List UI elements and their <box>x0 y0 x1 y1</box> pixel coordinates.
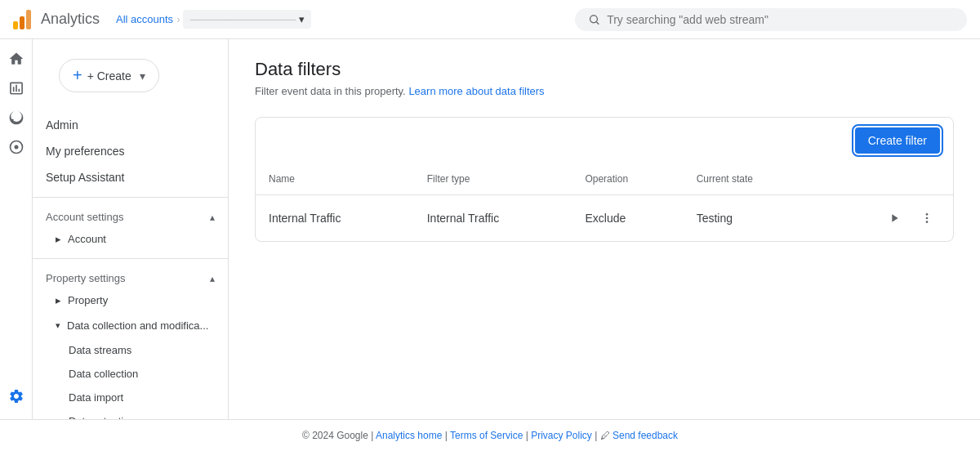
breadcrumb-separator: › <box>176 13 180 25</box>
sidebar-divider-2 <box>33 258 228 259</box>
topbar: Analytics All accounts › —————————— ▾ <box>0 0 980 39</box>
page-title: Data filters <box>255 59 954 80</box>
account-settings-chevron: ▴ <box>210 212 215 223</box>
admin-label: Admin <box>46 118 78 132</box>
data-import-item[interactable]: Data import <box>33 386 228 409</box>
home-icon[interactable] <box>3 46 29 72</box>
property-chevron-icon: ▸ <box>56 294 61 306</box>
data-collection-child-label: Data collection <box>69 368 138 380</box>
account-name: —————————— <box>189 13 296 25</box>
col-operation: Operation <box>572 163 683 195</box>
search-input[interactable] <box>607 13 954 26</box>
sidebar-divider-1 <box>33 197 228 198</box>
property-settings-section: Property settings ▴ ▸ Property ▾ Data co… <box>33 266 228 419</box>
create-button[interactable]: + + Create ▾ <box>59 59 159 92</box>
svg-point-3 <box>14 145 18 150</box>
my-preferences-menu-item[interactable]: My preferences <box>33 138 228 164</box>
row-actions <box>830 205 940 231</box>
property-item[interactable]: ▸ Property <box>33 288 228 313</box>
svg-point-4 <box>926 213 929 216</box>
feedback-icon: 🖊 <box>600 430 610 441</box>
row-action-cell <box>817 195 953 242</box>
table-toolbar: Create filter <box>256 118 953 163</box>
data-filters-table: Name Filter type Operation Current state… <box>256 163 953 241</box>
send-feedback-link[interactable]: Send feedback <box>612 430 678 441</box>
sidebar: + + Create ▾ Admin My preferences Setup … <box>33 39 229 419</box>
account-label: Account <box>68 233 106 245</box>
svg-point-0 <box>590 15 598 22</box>
subtitle-text: Filter event data in this property. <box>255 85 406 97</box>
property-label: Property <box>68 294 108 306</box>
admin-menu-item[interactable]: Admin <box>33 112 228 138</box>
search-bar[interactable] <box>575 8 967 31</box>
create-label: + Create <box>87 69 131 83</box>
row-filter-type: Internal Traffic <box>414 195 572 242</box>
svg-point-5 <box>926 217 929 220</box>
account-settings-label: Account settings <box>46 211 123 223</box>
data-retention-item[interactable]: Data retention <box>33 409 228 419</box>
search-icon <box>588 13 600 26</box>
explore-icon[interactable] <box>3 105 29 131</box>
data-streams-label: Data streams <box>69 344 131 356</box>
col-actions <box>817 163 953 195</box>
account-settings-section: Account settings ▴ ▸ Account <box>33 204 228 252</box>
property-settings-chevron: ▴ <box>210 273 215 284</box>
row-detail-button[interactable] <box>881 205 907 231</box>
account-chevron-icon: ▸ <box>56 233 61 245</box>
copyright: © 2024 Google <box>302 430 368 441</box>
icon-rail <box>0 39 33 419</box>
property-settings-label: Property settings <box>46 272 126 284</box>
create-filter-button[interactable]: Create filter <box>855 127 940 154</box>
account-selector-arrow: ▾ <box>299 13 305 25</box>
create-dropdown-icon: ▾ <box>140 69 145 83</box>
account-item[interactable]: ▸ Account <box>33 226 228 252</box>
logo-bar-1 <box>13 21 18 29</box>
setup-assistant-label: Setup Assistant <box>46 171 125 184</box>
terms-link[interactable]: Terms of Service <box>450 430 523 441</box>
col-name: Name <box>256 163 414 195</box>
row-operation: Exclude <box>572 195 683 242</box>
data-import-label: Data import <box>69 391 123 404</box>
logo-bar-3 <box>26 10 31 29</box>
learn-more-link[interactable]: Learn more about data filters <box>408 85 544 97</box>
my-preferences-label: My preferences <box>46 145 124 158</box>
main-layout: + + Create ▾ Admin My preferences Setup … <box>0 39 980 419</box>
advertising-icon[interactable] <box>3 134 29 160</box>
data-collection-label: Data collection and modifica... <box>67 319 208 332</box>
all-accounts-link[interactable]: All accounts <box>116 13 173 25</box>
app-title: Analytics <box>41 11 100 28</box>
col-current-state: Current state <box>684 163 817 195</box>
analytics-logo <box>13 10 31 29</box>
main-content: Data filters Filter event data in this p… <box>229 39 980 419</box>
settings-icon[interactable] <box>3 383 29 409</box>
col-filter-type: Filter type <box>414 163 572 195</box>
row-name: Internal Traffic <box>256 195 414 242</box>
data-collection-chevron-down-icon: ▾ <box>56 320 60 331</box>
reports-icon[interactable] <box>3 75 29 101</box>
analytics-home-link[interactable]: Analytics home <box>376 430 442 441</box>
account-selector[interactable]: —————————— ▾ <box>183 10 311 29</box>
property-settings-header[interactable]: Property settings ▴ <box>33 266 228 288</box>
create-plus-icon: + <box>73 66 82 85</box>
svg-point-6 <box>926 221 929 223</box>
data-streams-item[interactable]: Data streams <box>33 338 228 362</box>
data-collection-child-item[interactable]: Data collection <box>33 362 228 386</box>
table-row: Internal Traffic Internal Traffic Exclud… <box>256 195 953 242</box>
account-settings-header[interactable]: Account settings ▴ <box>33 204 228 226</box>
privacy-link[interactable]: Privacy Policy <box>531 430 592 441</box>
page-subtitle: Filter event data in this property. Lear… <box>255 85 954 97</box>
row-more-button[interactable] <box>914 205 940 231</box>
logo-bar-2 <box>20 16 24 29</box>
setup-assistant-menu-item[interactable]: Setup Assistant <box>33 164 228 190</box>
footer: © 2024 Google | Analytics home | Terms o… <box>0 419 980 451</box>
data-filters-table-container: Create filter Name Filter type Operation… <box>255 117 954 242</box>
breadcrumb: All accounts › —————————— ▾ <box>116 10 311 29</box>
data-collection-item[interactable]: ▾ Data collection and modifica... <box>33 313 228 338</box>
svg-line-1 <box>597 21 599 24</box>
row-current-state: Testing <box>684 195 817 242</box>
